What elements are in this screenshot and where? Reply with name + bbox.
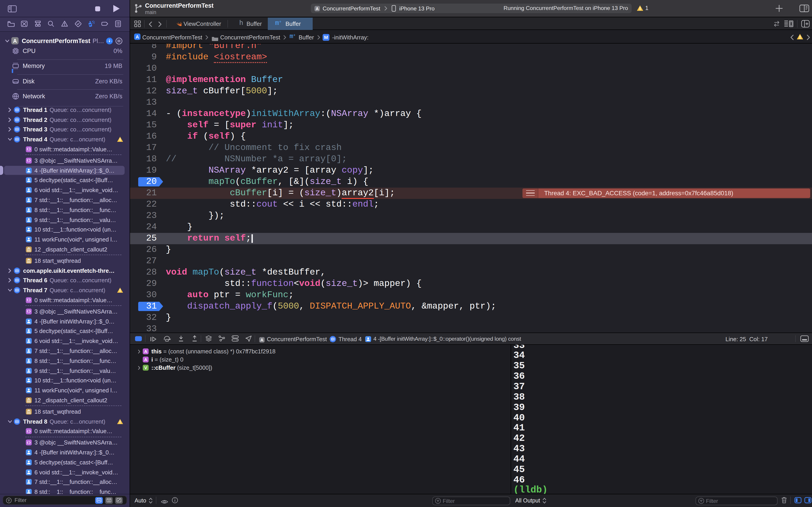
svg-text:A: A	[260, 338, 264, 342]
svg-text:A: A	[13, 38, 17, 44]
svg-text:A: A	[136, 34, 139, 40]
svg-text:A: A	[316, 6, 319, 11]
